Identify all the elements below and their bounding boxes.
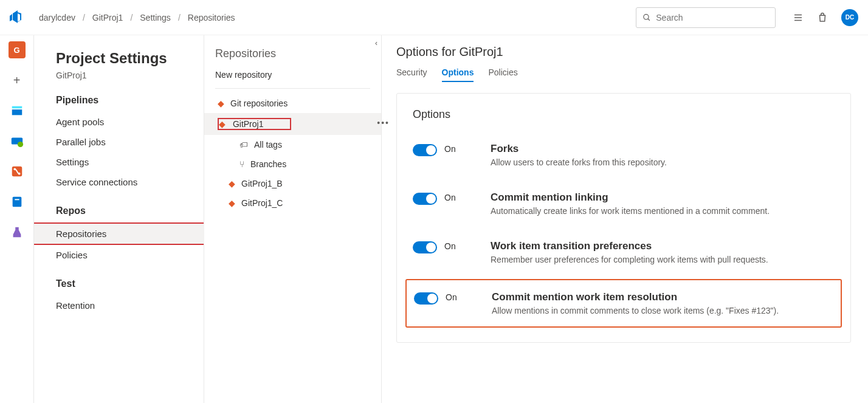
repo-node-root[interactable]: ◆ Git repositories — [215, 94, 370, 113]
repo-node-alltags[interactable]: 🏷 All tags — [215, 135, 370, 154]
content-heading: Options for GitProj1 — [396, 45, 851, 59]
repo-node-gitproj1c[interactable]: ◆ GitProj1_C — [215, 193, 370, 213]
toggle-state: On — [444, 144, 456, 154]
shopping-bag-icon[interactable] — [817, 12, 828, 23]
highlight-gitproj1-box: ◆ GitProj1 — [218, 118, 291, 130]
option-title: Forks — [491, 143, 667, 155]
settings-title: Project Settings — [56, 50, 191, 67]
crumb-project[interactable]: GitProj1 — [92, 13, 123, 22]
collapse-panel-icon[interactable]: ‹ — [375, 39, 377, 47]
tab-policies[interactable]: Policies — [488, 67, 517, 82]
crumb-repositories[interactable]: Repositories — [188, 13, 235, 22]
repo-list-panel: ‹ Repositories New repository ◆ Git repo… — [204, 35, 382, 403]
svg-line-1 — [648, 18, 650, 20]
tab-options[interactable]: Options — [442, 67, 474, 82]
group-pipelines: Pipelines — [56, 95, 191, 106]
svg-point-11 — [18, 173, 20, 175]
repo-node-branches[interactable]: ⑂ Branches — [215, 154, 370, 174]
option-title: Commit mention work item resolution — [492, 291, 779, 303]
tag-icon: 🏷 — [239, 140, 248, 150]
list-icon[interactable] — [793, 12, 804, 23]
content-tabs: Security Options Policies — [396, 67, 851, 82]
nav-service-connections[interactable]: Service connections — [56, 172, 191, 192]
toggle-forks[interactable] — [413, 144, 437, 156]
search-icon — [642, 13, 651, 22]
top-icons: DC — [793, 9, 858, 26]
nav-pipeline-settings[interactable]: Settings — [56, 152, 191, 172]
nav-repositories[interactable]: Repositories — [34, 224, 215, 244]
option-desc: Automatically create links for work item… — [491, 206, 770, 216]
repo-list-title: Repositories — [215, 47, 370, 60]
svg-rect-12 — [12, 197, 21, 207]
svg-point-8 — [17, 142, 22, 147]
svg-rect-13 — [15, 199, 19, 200]
toggle-commit-resolution[interactable] — [414, 292, 438, 305]
svg-rect-5 — [12, 109, 22, 115]
content-panel: Options for GitProj1 Security Options Po… — [382, 35, 868, 403]
rail-boards-icon[interactable] — [9, 102, 26, 119]
nav-agent-pools[interactable]: Agent pools — [56, 112, 191, 132]
rail-project-icon[interactable]: G — [9, 41, 26, 58]
settings-project: GitProj1 — [56, 71, 191, 80]
option-commit-linking: On Commit mention linking Automatically … — [413, 182, 835, 230]
repo-node-label: GitProj1 — [233, 119, 264, 129]
settings-nav: Project Settings GitProj1 Pipelines Agen… — [34, 35, 204, 403]
search-input[interactable] — [656, 13, 769, 22]
rail-add-icon[interactable]: + — [9, 72, 26, 89]
repo-node-gitproj1[interactable]: ◆ GitProj1 ••• — [204, 113, 381, 135]
rail-testplans-icon[interactable] — [9, 193, 26, 210]
search-box[interactable] — [636, 7, 776, 28]
option-commit-resolution: On Commit mention work item resolution A… — [405, 279, 842, 328]
option-title: Work item transition preferences — [491, 240, 768, 252]
option-desc: Allow mentions in commit comments to clo… — [492, 306, 779, 315]
group-test: Test — [56, 278, 191, 289]
git-icon: ◆ — [229, 198, 235, 208]
option-forks: On Forks Allow users to create forks fro… — [413, 133, 835, 182]
toggle-state: On — [444, 193, 456, 202]
toggle-workitem-transition[interactable] — [413, 241, 437, 253]
nav-retention[interactable]: Retention — [56, 295, 191, 315]
git-icon: ◆ — [229, 179, 235, 188]
azure-devops-logo — [10, 10, 24, 25]
git-icon: ◆ — [219, 119, 226, 129]
repo-node-label: All tags — [254, 140, 282, 150]
option-workitem-transition: On Work item transition preferences Reme… — [413, 230, 835, 279]
option-desc: Allow users to create forks from this re… — [491, 157, 667, 167]
repo-node-gitproj1b[interactable]: ◆ GitProj1_B — [215, 174, 370, 193]
repo-node-label: GitProj1_C — [241, 198, 283, 208]
crumb-settings[interactable]: Settings — [140, 13, 171, 22]
option-desc: Remember user preferences for completing… — [491, 255, 768, 264]
toggle-state: On — [444, 241, 456, 251]
highlight-repositories-box: Repositories — [34, 222, 204, 245]
crumb-org[interactable]: darylcdev — [39, 13, 75, 22]
nav-parallel-jobs[interactable]: Parallel jobs — [56, 132, 191, 152]
rail-pipelines-icon[interactable] — [9, 133, 26, 150]
more-options-icon[interactable]: ••• — [377, 118, 390, 128]
svg-point-0 — [644, 14, 649, 19]
rail-repos-icon[interactable] — [9, 163, 26, 180]
tab-security[interactable]: Security — [396, 67, 427, 82]
git-icon: ◆ — [218, 98, 224, 108]
rail-artifacts-icon[interactable] — [9, 224, 26, 241]
svg-rect-6 — [12, 106, 22, 109]
repo-node-label: Branches — [250, 159, 286, 169]
toggle-commit-linking[interactable] — [413, 193, 437, 205]
options-card: Options On Forks Allow users to create f… — [396, 93, 851, 343]
option-title: Commit mention linking — [491, 191, 770, 204]
branch-icon: ⑂ — [239, 159, 244, 169]
left-rail: G + — [0, 35, 34, 403]
svg-point-10 — [13, 168, 16, 171]
repo-node-label: Git repositories — [230, 98, 288, 108]
section-title: Options — [413, 108, 835, 121]
repo-node-label: GitProj1_B — [241, 179, 283, 188]
top-bar: darylcdev / GitProj1 / Settings / Reposi… — [0, 0, 868, 35]
new-repository-link[interactable]: New repository — [215, 70, 370, 89]
nav-policies[interactable]: Policies — [56, 245, 191, 265]
breadcrumb: darylcdev / GitProj1 / Settings / Reposi… — [39, 13, 636, 22]
group-repos: Repos — [56, 205, 191, 216]
toggle-state: On — [446, 292, 457, 302]
user-avatar[interactable]: DC — [841, 9, 858, 26]
